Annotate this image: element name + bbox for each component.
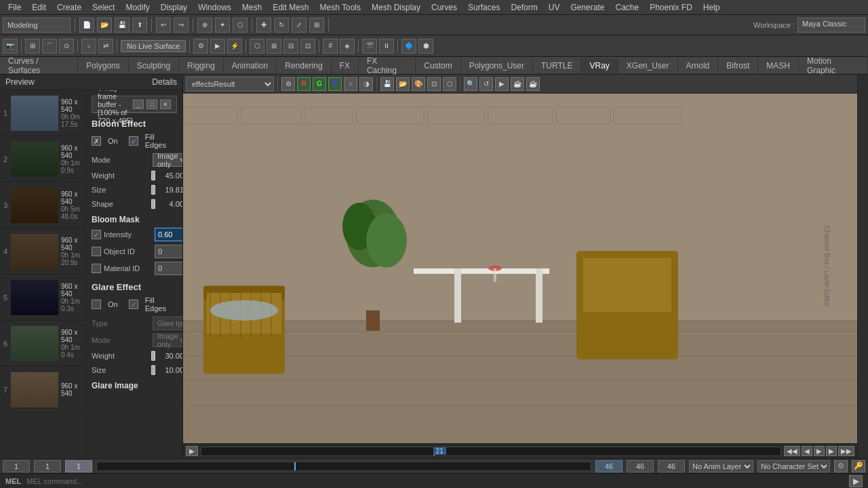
render-settings-icon[interactable]: ⚙ (193, 39, 208, 54)
snap-point-icon[interactable]: ⊙ (59, 39, 74, 54)
tab-vray[interactable]: VRay (581, 58, 618, 73)
ipr-icon[interactable]: ⚡ (227, 39, 242, 54)
import-icon[interactable]: ⬆ (132, 18, 147, 33)
four-view-icon[interactable]: ⊞ (267, 39, 281, 54)
vp-icon-cup2[interactable]: ☕ (526, 77, 540, 91)
tab-rendering[interactable]: Rendering (277, 58, 331, 73)
rotate-icon[interactable]: ↻ (274, 18, 289, 33)
glare-fill-edges-checkbox[interactable] (129, 300, 138, 309)
snap-grid-icon[interactable]: ⊞ (25, 39, 40, 54)
fb-close[interactable]: ✕ (160, 100, 171, 109)
open-icon[interactable]: 📂 (97, 18, 112, 33)
pause-icon[interactable]: ⏸ (379, 39, 394, 54)
menu-edit-mesh[interactable]: Edit Mesh (267, 3, 314, 12)
hypershade-icon[interactable]: 🔷 (401, 39, 416, 54)
menu-windows[interactable]: Windows (193, 3, 237, 12)
vp-icon-layers[interactable]: ⬡ (443, 77, 456, 91)
tab-turtle[interactable]: TURTLE (533, 58, 581, 73)
current-frame-field[interactable] (34, 460, 61, 472)
next-frame-btn[interactable]: ▶▶ (838, 446, 854, 456)
play-btn2[interactable]: ▶ (814, 446, 825, 456)
prev-btn[interactable]: ◀ (802, 446, 812, 456)
vp-icon-save[interactable]: 💾 (380, 77, 394, 91)
prev-frame-btn[interactable]: ◀◀ (784, 446, 800, 456)
menu-mesh-tools[interactable]: Mesh Tools (315, 3, 366, 12)
vp-icon-render[interactable]: ▶ (495, 77, 509, 91)
select-icon[interactable]: ⊕ (197, 18, 212, 33)
vp-icon-1[interactable]: ⚙ (281, 77, 295, 91)
end-frame-field1[interactable] (595, 460, 623, 472)
undo-icon[interactable]: ↩ (156, 18, 171, 33)
bloom-shape-track[interactable] (153, 199, 154, 209)
next-btn[interactable]: ▶ (826, 446, 837, 456)
move-icon[interactable]: ✚ (256, 18, 271, 33)
menu-display[interactable]: Display (155, 3, 193, 12)
new-icon[interactable]: 📄 (79, 18, 94, 33)
mode-selector[interactable]: Modeling (3, 18, 71, 33)
viewport[interactable] (183, 94, 857, 443)
preview-item-3[interactable]: 3 960 x 540 0h 5m 48.0s (0, 182, 85, 228)
bloom-mode-dropdown[interactable]: Image only ▼ (153, 153, 182, 167)
tab-xgen[interactable]: XGen_User (618, 58, 678, 73)
paint-icon[interactable]: ⬡ (233, 18, 248, 33)
workspace-selector[interactable]: Maya Classic (797, 18, 865, 33)
menu-surfaces[interactable]: Surfaces (462, 3, 505, 12)
tab-custom[interactable]: Custom (416, 58, 460, 73)
menu-file[interactable]: File (3, 3, 26, 12)
tab-rigging[interactable]: Rigging (179, 58, 224, 73)
preview-item-1[interactable]: 1 960 x 540 0h 0m 17.5s (0, 90, 85, 136)
tab-mash[interactable]: MASH (758, 58, 799, 73)
glare-mode-dropdown[interactable]: Image only ▼ (153, 333, 182, 347)
start-frame-field[interactable] (3, 460, 30, 472)
bloom-fill-edges-checkbox[interactable] (129, 136, 138, 146)
menu-phoenix[interactable]: Phoenix FD (644, 3, 698, 12)
bloom-weight-track[interactable] (153, 170, 154, 181)
anim-layer-select[interactable]: No Anim Layer (689, 460, 753, 472)
end-frame-field2[interactable] (627, 460, 654, 472)
menu-select[interactable]: Select (87, 3, 120, 12)
vp-icon-g[interactable]: G (313, 77, 326, 91)
preview-item-2[interactable]: 2 960 x 540 0h 1m 0.9s (0, 136, 85, 182)
timeline-track[interactable] (96, 462, 591, 471)
menu-edit[interactable]: Edit (26, 3, 52, 12)
glare-type-dropdown[interactable]: Glare type from camera para ▼ (153, 317, 182, 330)
vp-icon-color[interactable]: 🎨 (412, 77, 425, 91)
glare-size-track[interactable] (153, 365, 154, 375)
tab-animation[interactable]: Animation (224, 58, 277, 73)
menu-modify[interactable]: Modify (120, 3, 155, 12)
menu-cache[interactable]: Cache (610, 3, 644, 12)
bloom-materialid-checkbox[interactable] (92, 264, 101, 273)
preview-item-4[interactable]: 4 960 x 540 0h 1m 20.9s (0, 228, 85, 274)
mel-input[interactable] (26, 475, 844, 487)
preview-item-6[interactable]: 6 960 x 540 0h 1m 0.4s (0, 321, 85, 367)
show-grid-icon[interactable]: # (323, 39, 338, 54)
no-live-surface-btn[interactable]: No Live Surface (121, 40, 186, 52)
anim-frame-field[interactable] (65, 460, 92, 472)
lasso-icon[interactable]: ✦ (215, 18, 230, 33)
menu-curves[interactable]: Curves (426, 3, 462, 12)
menu-deform[interactable]: Deform (505, 3, 542, 12)
vp-icon-halfsphere[interactable]: ◑ (359, 77, 373, 91)
vp-icon-compare[interactable]: ⊡ (427, 77, 441, 91)
node-icon[interactable]: ⬢ (418, 39, 433, 54)
key-icon[interactable]: 🔑 (852, 460, 865, 472)
bloom-materialid-input[interactable] (155, 262, 182, 275)
menu-mesh[interactable]: Mesh (237, 3, 267, 12)
vp-icon-circle[interactable]: ○ (344, 77, 357, 91)
preview-list[interactable]: 1 960 x 540 0h 0m 17.5s 2 960 x 540 0h 1… (0, 90, 86, 458)
menu-mesh-display[interactable]: Mesh Display (366, 3, 426, 12)
vp-icon-load[interactable]: 📂 (396, 77, 410, 91)
timeline-range[interactable]: 21 (201, 447, 781, 456)
channel-select[interactable]: effectsResult (186, 77, 274, 92)
tab-sculpting[interactable]: Sculpting (129, 58, 179, 73)
transform-icon[interactable]: ⊞ (309, 18, 324, 33)
char-set-icon[interactable]: ⚙ (834, 460, 848, 472)
bloom-intensity-checkbox[interactable] (92, 230, 101, 239)
sym-icon[interactable]: ⇌ (98, 39, 113, 54)
bloom-shape-handle[interactable] (151, 199, 155, 209)
play-btn[interactable]: ▶ (186, 446, 198, 456)
glare-weight-track[interactable] (153, 350, 154, 361)
vp-icon-b[interactable]: B (328, 77, 342, 91)
scale-icon[interactable]: ⤢ (292, 18, 307, 33)
view-icon-3[interactable]: ⊡ (300, 39, 315, 54)
